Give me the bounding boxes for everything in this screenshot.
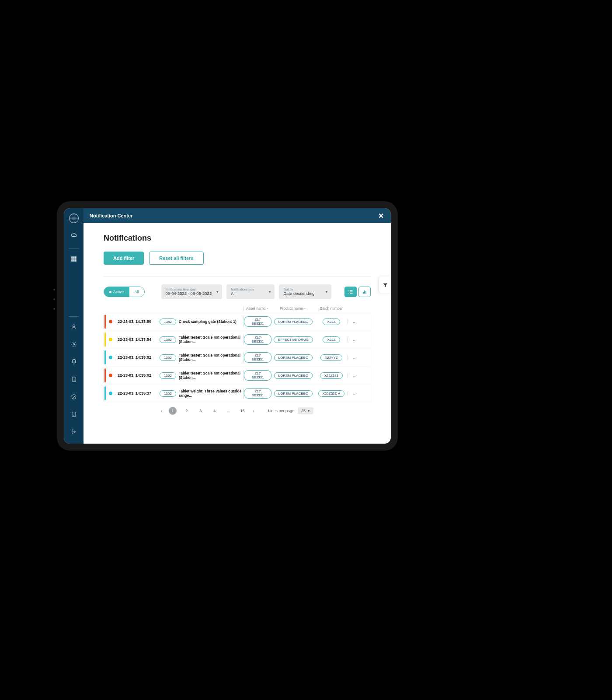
notification-list: 22-23-03, 14:33:501352Check sampling gat… bbox=[104, 313, 371, 402]
row-message: Tablet weight: Three values outside rang… bbox=[179, 389, 243, 398]
filter-fab[interactable] bbox=[379, 276, 391, 293]
batch-pill[interactable]: X22Z bbox=[323, 318, 340, 325]
svg-rect-14 bbox=[350, 290, 353, 291]
logo-icon bbox=[69, 214, 79, 223]
status-toggle: Active All bbox=[104, 287, 145, 297]
table-row: 22-23-03, 14:33:501352Check sampling gat… bbox=[104, 313, 371, 330]
asset-pill[interactable]: Z17 BE3331 bbox=[244, 370, 271, 381]
svg-rect-0 bbox=[71, 257, 72, 258]
svg-point-12 bbox=[73, 416, 74, 416]
expand-icon[interactable]: ⌄ bbox=[348, 373, 360, 378]
row-code[interactable]: 1352 bbox=[160, 372, 176, 379]
reset-filters-button[interactable]: Reset all filters bbox=[149, 252, 203, 265]
type-dropdown[interactable]: Notifications type All bbox=[226, 284, 275, 299]
shield-icon[interactable] bbox=[68, 391, 80, 402]
expand-icon[interactable]: ⌄ bbox=[348, 319, 360, 324]
pagination: ‹ 1234...15 › Lines per page 25▾ bbox=[104, 407, 371, 415]
svg-rect-21 bbox=[365, 291, 366, 294]
table-header: Asset name- Product name- Batch number bbox=[104, 304, 371, 313]
product-pill[interactable]: LOREM PLACEBO bbox=[274, 390, 313, 397]
page-number[interactable]: ... bbox=[225, 407, 233, 415]
svg-point-10 bbox=[73, 343, 75, 345]
user-icon[interactable] bbox=[68, 321, 80, 332]
timespan-value: 09-04-2022 - 06-05-2022 bbox=[166, 291, 212, 296]
cloud-icon[interactable] bbox=[68, 229, 80, 241]
table-row: 22-23-03, 14:35:021352Tablet tester: Sca… bbox=[104, 349, 371, 366]
add-filter-button[interactable]: Add filter bbox=[104, 252, 144, 265]
svg-rect-1 bbox=[73, 257, 74, 258]
table-row: 22-23-03, 14:33:541352Tablet tester: Sca… bbox=[104, 331, 371, 348]
row-code[interactable]: 1352 bbox=[160, 318, 176, 325]
svg-rect-20 bbox=[364, 290, 365, 294]
lpp-select[interactable]: 25▾ bbox=[298, 407, 313, 414]
svg-rect-2 bbox=[75, 257, 76, 258]
page-number[interactable]: 15 bbox=[239, 407, 247, 415]
toggle-active[interactable]: Active bbox=[104, 287, 129, 297]
row-code[interactable]: 1352 bbox=[160, 354, 176, 361]
status-dot bbox=[109, 374, 112, 377]
asset-pill[interactable]: Z17 BE3331 bbox=[244, 334, 271, 345]
svg-rect-18 bbox=[350, 293, 353, 294]
svg-point-9 bbox=[73, 325, 75, 327]
batch-pill[interactable]: X22Z bbox=[323, 336, 340, 343]
batch-pill[interactable]: X22YYZ bbox=[320, 354, 342, 361]
svg-rect-19 bbox=[363, 292, 364, 294]
page-next[interactable]: › bbox=[253, 408, 254, 413]
status-dot bbox=[109, 338, 112, 341]
header-bar: Notification Center ✕ bbox=[83, 208, 391, 223]
expand-icon[interactable]: ⌄ bbox=[348, 337, 360, 342]
page-number[interactable]: 1 bbox=[169, 407, 177, 415]
view-list-button[interactable] bbox=[344, 287, 357, 297]
table-row: 22-23-03, 14:35:021352Tablet tester: Sca… bbox=[104, 367, 371, 384]
asset-pill[interactable]: Z17 BE3331 bbox=[244, 388, 271, 399]
toggle-all[interactable]: All bbox=[129, 287, 144, 297]
row-message: Tablet tester: Scale not operational (St… bbox=[179, 371, 243, 380]
svg-rect-15 bbox=[349, 292, 350, 293]
expand-icon[interactable]: ⌄ bbox=[348, 391, 360, 396]
svg-rect-8 bbox=[75, 260, 76, 261]
gear-icon[interactable] bbox=[68, 339, 80, 350]
batch-pill[interactable]: X22Z333 bbox=[320, 372, 343, 379]
row-timestamp: 22-23-03, 14:35:02 bbox=[115, 373, 157, 378]
page-number[interactable]: 3 bbox=[197, 407, 205, 415]
page-prev[interactable]: ‹ bbox=[161, 408, 163, 413]
product-pill[interactable]: EFFECTIVE DRUG bbox=[274, 336, 313, 343]
asset-pill[interactable]: Z17 BE3331 bbox=[244, 316, 271, 327]
status-dot bbox=[109, 392, 112, 395]
batch-pill[interactable]: X22Z333-A bbox=[318, 390, 344, 397]
product-pill[interactable]: LOREM PLACEBO bbox=[274, 372, 313, 379]
product-pill[interactable]: LOREM PLACEBO bbox=[274, 354, 313, 361]
row-timestamp: 22-23-03, 14:35:02 bbox=[115, 355, 157, 360]
svg-rect-3 bbox=[71, 259, 72, 259]
row-timestamp: 22-23-03, 14:33:50 bbox=[115, 319, 157, 324]
sort-dropdown[interactable]: Sort by Date descending bbox=[279, 284, 331, 299]
asset-pill[interactable]: Z17 BE3331 bbox=[244, 352, 271, 363]
svg-rect-5 bbox=[75, 259, 76, 259]
row-timestamp: 22-23-03, 14:35:37 bbox=[115, 391, 157, 396]
view-chart-button[interactable] bbox=[358, 287, 371, 297]
sort-value: Date descending bbox=[283, 291, 321, 296]
sidebar bbox=[64, 208, 83, 444]
tablet-icon[interactable] bbox=[68, 409, 80, 420]
apps-icon[interactable] bbox=[68, 253, 80, 265]
timespan-dropdown[interactable]: Notifications time span 09-04-2022 - 06-… bbox=[161, 284, 223, 299]
bell-icon[interactable] bbox=[68, 356, 80, 368]
page-title: Notifications bbox=[104, 234, 371, 243]
expand-icon[interactable]: ⌄ bbox=[348, 355, 360, 360]
sort-label: Sort by bbox=[283, 288, 321, 291]
page-number[interactable]: 2 bbox=[183, 407, 191, 415]
page-number[interactable]: 4 bbox=[211, 407, 219, 415]
close-icon[interactable]: ✕ bbox=[377, 212, 385, 220]
lpp-label: Lines per page bbox=[268, 409, 294, 413]
svg-rect-7 bbox=[73, 260, 74, 261]
header-title: Notification Center bbox=[90, 213, 132, 218]
logout-icon[interactable] bbox=[68, 426, 80, 438]
product-pill[interactable]: LOREM PLACEBO bbox=[274, 318, 313, 325]
status-dot bbox=[109, 320, 112, 323]
row-code[interactable]: 1352 bbox=[160, 336, 176, 343]
svg-rect-6 bbox=[71, 260, 72, 261]
document-icon[interactable] bbox=[68, 374, 80, 385]
row-code[interactable]: 1352 bbox=[160, 390, 176, 397]
status-dot bbox=[109, 356, 112, 359]
row-message: Tablet tester: Scale not operational (St… bbox=[179, 353, 243, 362]
